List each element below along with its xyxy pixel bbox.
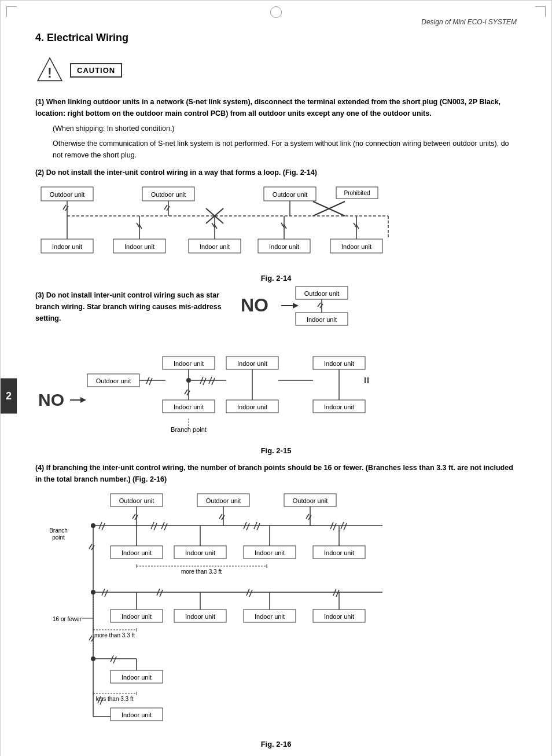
svg-text:Indoor unit: Indoor unit bbox=[324, 403, 354, 410]
item-3-text: (3) Do not install inter-unit control wi… bbox=[35, 289, 232, 328]
caution-box: ! CAUTION bbox=[35, 56, 517, 85]
corner-mark-tr bbox=[535, 6, 546, 17]
svg-text:Indoor unit: Indoor unit bbox=[307, 316, 337, 323]
fig214-svg: Outdoor unit Outdoor unit Outdoor unit P… bbox=[35, 184, 417, 268]
svg-text:Outdoor unit: Outdoor unit bbox=[119, 497, 154, 504]
svg-line-80 bbox=[212, 378, 215, 385]
svg-text:Branch: Branch bbox=[49, 527, 68, 534]
fig214-label: Fig. 2-14 bbox=[35, 274, 517, 282]
item-3-row: (3) Do not install inter-unit control wi… bbox=[35, 289, 517, 333]
svg-text:Indoor unit: Indoor unit bbox=[185, 613, 215, 620]
svg-line-115 bbox=[154, 523, 157, 530]
svg-text:Indoor unit: Indoor unit bbox=[269, 243, 299, 250]
svg-line-155 bbox=[249, 590, 252, 597]
svg-text:Indoor unit: Indoor unit bbox=[124, 243, 154, 250]
fig216-label: Fig. 2-16 bbox=[35, 740, 517, 748]
svg-text:Indoor unit: Indoor unit bbox=[341, 243, 371, 250]
svg-text:Indoor unit: Indoor unit bbox=[122, 711, 152, 718]
fig215-svg: NO Outdoor unit Branch point Indoor unit bbox=[35, 339, 417, 441]
side-tab: 2 bbox=[1, 379, 17, 414]
corner-mark-tl bbox=[6, 6, 17, 17]
svg-text:Indoor unit: Indoor unit bbox=[122, 613, 152, 620]
svg-text:Indoor unit: Indoor unit bbox=[255, 549, 285, 556]
svg-text:Outdoor unit: Outdoor unit bbox=[50, 191, 85, 198]
svg-text:Outdoor unit: Outdoor unit bbox=[304, 290, 340, 297]
svg-line-151 bbox=[105, 590, 108, 597]
svg-text:Indoor unit: Indoor unit bbox=[174, 360, 204, 367]
item-1: (1) When linking outdoor units in a netw… bbox=[35, 96, 517, 161]
svg-text:Indoor unit: Indoor unit bbox=[122, 549, 152, 556]
svg-marker-56 bbox=[293, 303, 299, 309]
svg-text:Prohibited: Prohibited bbox=[344, 190, 370, 196]
item-4: (4) If branching the inter-unit control … bbox=[35, 462, 517, 485]
svg-point-65 bbox=[186, 378, 191, 383]
svg-line-121 bbox=[257, 523, 260, 530]
svg-text:Indoor unit: Indoor unit bbox=[255, 613, 285, 620]
svg-text:Outdoor unit: Outdoor unit bbox=[96, 377, 131, 384]
svg-line-14 bbox=[164, 205, 167, 210]
svg-text:Indoor unit: Indoor unit bbox=[324, 360, 354, 367]
fig214-container: Outdoor unit Outdoor unit Outdoor unit P… bbox=[35, 184, 517, 282]
svg-text:Indoor unit: Indoor unit bbox=[237, 403, 267, 410]
svg-line-179 bbox=[89, 636, 92, 640]
svg-text:Outdoor unit: Outdoor unit bbox=[273, 191, 308, 198]
svg-line-117 bbox=[164, 523, 167, 530]
svg-text:!: ! bbox=[47, 65, 52, 80]
svg-line-52 bbox=[318, 303, 321, 307]
svg-text:Indoor unit: Indoor unit bbox=[324, 613, 354, 620]
page: 2 Design of Mini ECO-i SYSTEM 4. Electri… bbox=[0, 0, 552, 756]
caution-icon: ! bbox=[35, 56, 64, 85]
svg-marker-59 bbox=[80, 397, 86, 403]
no-symbol-top: Outdoor unit Indoor unit NO bbox=[238, 284, 371, 332]
svg-text:more than 3.3 ft: more than 3.3 ft bbox=[181, 568, 222, 575]
svg-text:Outdoor unit: Outdoor unit bbox=[293, 497, 328, 504]
svg-line-109 bbox=[306, 514, 309, 519]
svg-text:NO: NO bbox=[241, 295, 268, 315]
svg-line-153 bbox=[160, 590, 163, 597]
svg-text:Indoor unit: Indoor unit bbox=[237, 360, 267, 367]
svg-text:16 or fewer: 16 or fewer bbox=[53, 616, 82, 622]
svg-text:NO: NO bbox=[38, 390, 64, 409]
svg-text:Indoor unit: Indoor unit bbox=[185, 549, 215, 556]
svg-line-113 bbox=[102, 523, 105, 530]
svg-text:Indoor unit: Indoor unit bbox=[324, 549, 354, 556]
svg-line-123 bbox=[333, 523, 336, 530]
caution-label: CAUTION bbox=[70, 63, 122, 78]
svg-line-64 bbox=[149, 378, 152, 385]
svg-text:Outdoor unit: Outdoor unit bbox=[206, 497, 241, 504]
svg-text:Branch point: Branch point bbox=[171, 426, 207, 433]
svg-text:Indoor unit: Indoor unit bbox=[174, 403, 204, 410]
svg-line-106 bbox=[219, 514, 222, 519]
section-title: 4. Electrical Wiring bbox=[35, 32, 517, 44]
svg-text:more than 3.3 ft: more than 3.3 ft bbox=[94, 632, 135, 638]
fig216-container: Outdoor unit Outdoor unit Outdoor unit bbox=[35, 491, 517, 748]
svg-text:Indoor unit: Indoor unit bbox=[122, 674, 152, 681]
svg-text:Outdoor unit: Outdoor unit bbox=[151, 191, 186, 198]
top-center-mark bbox=[270, 6, 282, 18]
svg-text:point: point bbox=[52, 534, 65, 541]
svg-text:Indoor unit: Indoor unit bbox=[52, 243, 82, 250]
svg-line-78 bbox=[203, 378, 206, 385]
item-2: (2) Do not install the inter-unit contro… bbox=[35, 167, 517, 178]
svg-line-119 bbox=[246, 523, 249, 530]
fig216-svg: Outdoor unit Outdoor unit Outdoor unit bbox=[35, 491, 440, 734]
fig215-container: NO Outdoor unit Branch point Indoor unit bbox=[35, 339, 517, 455]
svg-line-186 bbox=[113, 656, 116, 663]
svg-text:Indoor unit: Indoor unit bbox=[200, 243, 230, 250]
fig215-label: Fig. 2-15 bbox=[35, 446, 517, 455]
svg-line-147 bbox=[89, 544, 92, 549]
svg-line-125 bbox=[344, 523, 347, 530]
svg-line-74 bbox=[185, 390, 187, 394]
svg-line-103 bbox=[133, 514, 135, 519]
svg-line-11 bbox=[63, 205, 66, 210]
header-title: Design of Mini ECO-i SYSTEM bbox=[35, 18, 517, 26]
